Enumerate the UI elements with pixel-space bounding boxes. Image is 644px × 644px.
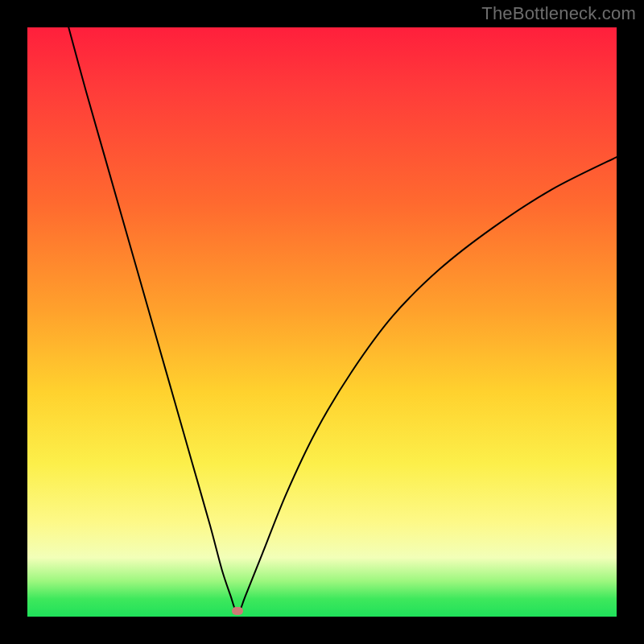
watermark-text: TheBottleneck.com [481, 3, 636, 24]
bottleneck-curve [27, 27, 617, 617]
chart-frame: TheBottleneck.com [0, 0, 644, 644]
plot-area [27, 27, 617, 617]
curve-minimum-marker [232, 607, 243, 615]
